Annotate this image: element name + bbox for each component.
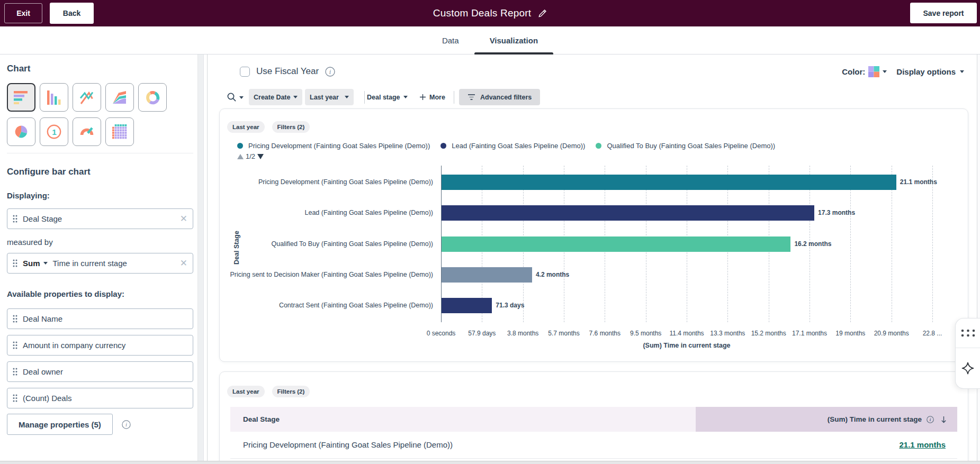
report-table: Deal Stage (Sum) Time in current stage i [230, 407, 957, 464]
table-card: Last yearFilters (2) Deal Stage (Sum) Ti… [219, 371, 968, 464]
color-swatch[interactable] [868, 66, 879, 77]
color-label: Color: [842, 67, 865, 76]
save-report-button[interactable]: Save report [910, 3, 977, 23]
chart-type-column[interactable] [40, 83, 68, 112]
exit-button[interactable]: Exit [4, 3, 42, 23]
bar-value-label: 17.3 months [818, 205, 855, 221]
back-button[interactable]: Back [50, 3, 94, 24]
info-icon[interactable]: i [325, 67, 335, 77]
drag-handle-icon[interactable] [13, 368, 17, 376]
tab-visualization[interactable]: Visualization [474, 26, 553, 54]
bar[interactable] [442, 236, 790, 252]
drag-handle-icon[interactable] [13, 259, 17, 267]
display-options-label: Display options [896, 67, 956, 76]
table-value-link[interactable]: 21.1 months [899, 440, 946, 449]
bar[interactable] [442, 298, 492, 313]
plus-icon [419, 94, 426, 101]
main-area: Use Fiscal Year i Color: Display options [208, 54, 980, 464]
bar-category-label: Pricing Development (Fainting Goat Sales… [258, 175, 433, 190]
chart-options: Color: Display options [842, 66, 964, 77]
property-pill[interactable]: Deal Name [7, 308, 193, 329]
x-tick-label: 15.2 months [751, 330, 786, 337]
property-pill-label: Deal Name [23, 314, 62, 323]
measure-field[interactable]: Sum Time in current stage ✕ [7, 253, 193, 274]
grid-dots-button[interactable] [956, 319, 980, 348]
chart-type-donut[interactable] [138, 83, 167, 112]
search-chevron-icon[interactable] [239, 96, 244, 99]
report-title: Custom Deals Report [433, 7, 531, 19]
bar-value-label: 4.2 months [536, 267, 569, 283]
tabs: Data Visualization [0, 26, 980, 54]
bar-value-label: 71.3 days [496, 298, 524, 313]
edit-title-pencil-icon[interactable] [538, 9, 547, 18]
drag-handle-icon[interactable] [13, 394, 17, 402]
advanced-filters-button[interactable]: Advanced filters [459, 89, 540, 105]
filter-create-date[interactable]: Create Date [249, 89, 302, 105]
filter-tag[interactable]: Filters (2) [272, 386, 310, 397]
info-icon[interactable]: i [927, 416, 934, 423]
chevron-down-icon [883, 70, 887, 73]
bar[interactable] [442, 175, 896, 190]
drag-handle-icon[interactable] [13, 215, 17, 223]
chart-type-kpi-number[interactable]: 1 [40, 117, 68, 146]
search-icon[interactable] [227, 92, 237, 102]
y-axis-title: Deal Stage [233, 211, 240, 285]
legend-page-up-icon[interactable] [237, 154, 244, 159]
tab-data[interactable]: Data [427, 26, 474, 54]
table-header-deal-stage[interactable]: Deal Stage [230, 407, 696, 432]
manage-properties-button[interactable]: Manage properties (5) [7, 414, 113, 435]
displaying-field-label: Deal Stage [23, 214, 62, 223]
legend-item[interactable]: Lead (Fainting Goat Sales Pipeline (Demo… [440, 142, 585, 150]
collapsed-panel-rail [977, 54, 980, 464]
bar-category-label: Lead (Fainting Goat Sales Pipeline (Demo… [305, 205, 433, 221]
copilot-button[interactable] [956, 348, 980, 388]
filter-tag[interactable]: Last year [227, 386, 265, 397]
sidebar-scrollbar[interactable] [197, 54, 204, 464]
sidebar: Chart 1 Configure bar chart Displaying: [0, 54, 208, 464]
chart-type-area[interactable] [105, 83, 134, 112]
grid-dots-icon [961, 329, 975, 337]
bar[interactable] [442, 205, 814, 221]
chevron-down-icon [293, 96, 298, 98]
filter-tag[interactable]: Last year [227, 121, 265, 133]
horizontal-scrollbar[interactable] [0, 461, 980, 464]
legend-label: Pricing Development (Fainting Goat Sales… [248, 142, 430, 150]
filter-tag[interactable]: Filters (2) [272, 121, 310, 133]
chart-card: Last yearFilters (2) Pricing Development… [219, 108, 968, 362]
sort-descending-icon[interactable] [941, 416, 947, 423]
info-icon[interactable]: i [122, 420, 131, 429]
property-pill[interactable]: Amount in company currency [7, 335, 193, 356]
x-tick-label: 11.4 months [669, 330, 704, 337]
drag-handle-icon[interactable] [13, 341, 17, 349]
property-pill-label: Deal owner [23, 367, 63, 376]
chart-type-pivot-table[interactable] [105, 117, 134, 146]
x-tick-label: 17.1 months [792, 330, 827, 337]
remove-measure-icon[interactable]: ✕ [180, 259, 187, 268]
property-pill[interactable]: (Count) Deals [7, 388, 193, 408]
chart-type-horizontal-bar[interactable] [7, 83, 35, 112]
floating-tools-panel [955, 318, 980, 389]
table-header-measure[interactable]: (Sum) Time in current stage i [696, 407, 957, 432]
chart-type-pie[interactable] [7, 117, 35, 146]
filter-date-range[interactable]: Last year [305, 89, 354, 105]
bar[interactable] [442, 267, 532, 283]
property-pill[interactable]: Deal owner [7, 361, 193, 382]
legend-page-down-icon[interactable] [257, 154, 264, 159]
legend-item[interactable]: Pricing Development (Fainting Goat Sales… [237, 142, 430, 150]
chart-type-gauge[interactable] [73, 117, 101, 146]
tab-row: Data Visualization Undo Export [0, 26, 980, 54]
use-fiscal-year-checkbox[interactable] [240, 67, 250, 77]
display-options-button[interactable]: Display options [896, 67, 964, 76]
filter-deal-stage[interactable]: Deal stage [367, 89, 408, 105]
filter-deal-stage-label: Deal stage [367, 94, 400, 101]
chart-type-line[interactable] [73, 83, 101, 112]
filter-more-button[interactable]: More [419, 89, 445, 105]
aggregation-select[interactable]: Sum [23, 259, 40, 268]
drag-handle-icon[interactable] [13, 315, 17, 323]
configure-heading: Configure bar chart [7, 167, 194, 177]
legend-item[interactable]: Qualified To Buy (Fainting Goat Sales Pi… [596, 142, 775, 150]
remove-displaying-icon[interactable]: ✕ [180, 214, 187, 223]
svg-text:i: i [125, 421, 127, 427]
fiscal-row: Use Fiscal Year i Color: Display options [240, 66, 980, 77]
displaying-field[interactable]: Deal Stage ✕ [7, 208, 193, 229]
